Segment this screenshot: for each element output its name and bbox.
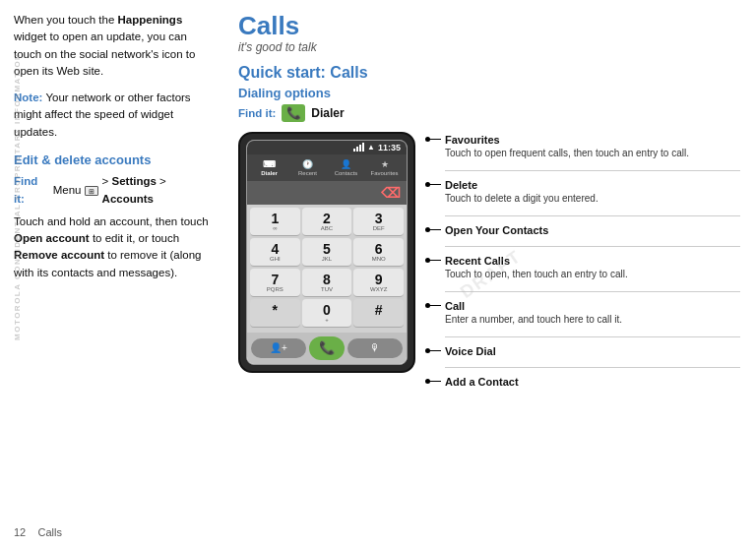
open-account-bold: Open account <box>14 232 90 244</box>
annotation-title-recent-calls: Recent Calls <box>445 255 740 267</box>
intro-paragraph: When you touch the Happenings widget to … <box>14 12 213 80</box>
dialer-tab-label: Dialer <box>261 170 278 176</box>
key-9[interactable]: 9WXYZ <box>353 269 404 297</box>
divider-2 <box>445 215 740 216</box>
annotation-title-add-contact: Add a Contact <box>445 376 740 388</box>
dialer-tab-icon: ⌨ <box>251 159 287 169</box>
phone-mockup: ▲ 11:35 ⌨ Dialer 🕐 Recent <box>238 132 415 373</box>
annotation-line-delete <box>427 184 441 185</box>
right-column: DRAFT Calls it's good to talk Quick star… <box>226 0 756 548</box>
annotation-title-call: Call <box>445 300 740 312</box>
add-contact-button[interactable]: 👤+ <box>251 338 306 358</box>
annotation-delete: Delete Touch to delete a digit you enter… <box>445 179 740 206</box>
happenings-bold: Happenings <box>117 14 182 26</box>
key-hash[interactable]: # <box>353 299 404 328</box>
annotation-line-favourites <box>427 139 441 140</box>
annotation-text-recent-calls: Touch to open, then touch an entry to ca… <box>445 268 740 281</box>
annotation-text-favourites: Touch to open frequent calls, then touch… <box>445 147 740 160</box>
calls-subtitle: it's good to talk <box>238 40 740 54</box>
call-icon: 📞 <box>319 340 335 355</box>
phone-screen: ▲ 11:35 ⌨ Dialer 🕐 Recent <box>246 140 408 365</box>
phone-area: ▲ 11:35 ⌨ Dialer 🕐 Recent <box>238 132 740 397</box>
calls-title: Calls <box>238 12 740 40</box>
find-it-line: Find it: Menu ⊞ > Settings > Accounts <box>14 173 213 208</box>
key-star[interactable]: * <box>250 299 300 328</box>
annotations-panel: Favourites Touch to open frequent calls,… <box>425 132 740 397</box>
divider-1 <box>445 170 740 171</box>
numpad-row-1: 1∞ 2ABC 3DEF <box>250 208 404 236</box>
wifi-icon: ▲ <box>367 143 375 152</box>
dialer-tabs: ⌨ Dialer 🕐 Recent 👤 Contacts ★ <box>247 154 407 181</box>
menu-icon: ⊞ <box>85 186 97 196</box>
key-5[interactable]: 5JKL <box>302 238 352 267</box>
divider-4 <box>445 291 740 292</box>
tab-recent[interactable]: 🕐 Recent <box>289 157 326 178</box>
note-paragraph: Note: Your network or other factors migh… <box>14 90 213 141</box>
annotation-line-voice-dial <box>427 350 441 351</box>
annotation-call: Call Enter a number, and touch here to c… <box>445 300 740 327</box>
status-bar: ▲ 11:35 <box>247 141 407 154</box>
annotation-line-open-contacts <box>427 229 441 230</box>
delete-button[interactable]: ⌫ <box>381 185 401 201</box>
contacts-tab-label: Contacts <box>335 170 358 176</box>
annotation-title-open-contacts: Open Your Contacts <box>445 224 740 236</box>
find-it-settings: > Settings > Accounts <box>102 173 213 208</box>
key-4[interactable]: 4GHI <box>250 238 300 267</box>
dialer-display: ⌫ <box>247 181 407 205</box>
left-column: When you touch the Happenings widget to … <box>0 0 226 548</box>
account-instructions: Touch and hold an account, then touch Op… <box>14 213 213 281</box>
key-6[interactable]: 6MNO <box>353 238 404 267</box>
remove-account-bold: Remove account <box>14 249 104 261</box>
signal-icon <box>353 143 364 152</box>
annotation-favourites: Favourites Touch to open frequent calls,… <box>445 134 740 160</box>
annotation-voice-dial: Voice Dial <box>445 345 740 357</box>
numpad-row-4: * 0+ # <box>250 299 404 328</box>
favourites-tab-icon: ★ <box>366 159 403 169</box>
recent-tab-label: Recent <box>298 170 317 176</box>
voicemail-icon: 🎙 <box>370 342 380 353</box>
key-0[interactable]: 0+ <box>302 299 352 328</box>
annotation-line-add-contact <box>427 381 441 382</box>
dialer-phone-icon: 📞 <box>282 104 305 122</box>
annotation-recent-calls: Recent Calls Touch to open, then touch a… <box>445 255 740 281</box>
watermark: MOTOROLA CONFIDENTIAL PROPRIETARY INFORM… <box>12 53 24 340</box>
annotation-line-call <box>427 305 441 306</box>
find-it-menu: Menu <box>53 182 82 199</box>
annotation-line-recent-calls <box>427 260 441 261</box>
numpad-row-2: 4GHI 5JKL 6MNO <box>250 238 404 267</box>
numpad-row-3: 7PQRS 8TUV 9WXYZ <box>250 269 404 297</box>
dialing-options-heading: Dialing options <box>238 86 740 100</box>
find-it-right: Find it: 📞 Dialer <box>238 104 740 122</box>
recent-tab-icon: 🕐 <box>289 159 326 169</box>
key-3[interactable]: 3DEF <box>353 208 404 236</box>
voicemail-button[interactable]: 🎙 <box>347 338 403 358</box>
annotation-text-delete: Touch to delete a digit you entered. <box>445 192 740 206</box>
status-time: 11:35 <box>378 143 401 152</box>
numpad: 1∞ 2ABC 3DEF 4GHI 5JKL 6MNO 7PQRS 8TUV <box>247 205 407 333</box>
annotation-title-favourites: Favourites <box>445 134 740 146</box>
add-contact-icon: 👤+ <box>270 342 287 353</box>
tab-contacts[interactable]: 👤 Contacts <box>328 157 364 178</box>
divider-3 <box>445 246 740 247</box>
edit-delete-heading: Edit & delete accounts <box>14 151 213 170</box>
tab-favourites[interactable]: ★ Favourites <box>366 157 403 178</box>
dialer-actions: 👤+ 📞 🎙 <box>247 333 407 364</box>
page-container: When you touch the Happenings widget to … <box>0 0 756 548</box>
dialer-text: Dialer <box>311 106 344 120</box>
call-button[interactable]: 📞 <box>309 336 345 360</box>
key-2[interactable]: 2ABC <box>302 208 352 236</box>
annotation-text-call: Enter a number, and touch here to call i… <box>445 313 740 327</box>
annotation-add-contact: Add a Contact <box>445 376 740 388</box>
tab-dialer[interactable]: ⌨ Dialer <box>251 157 287 178</box>
find-it-right-label: Find it: <box>238 107 276 119</box>
divider-5 <box>445 336 740 337</box>
favourites-tab-label: Favourites <box>370 170 398 176</box>
key-7[interactable]: 7PQRS <box>250 269 300 297</box>
divider-6 <box>445 367 740 368</box>
annotation-title-voice-dial: Voice Dial <box>445 345 740 357</box>
key-8[interactable]: 8TUV <box>302 269 352 297</box>
key-1[interactable]: 1∞ <box>250 208 300 236</box>
page-number: 12 Calls <box>14 524 62 541</box>
quick-start-heading: Quick start: Calls <box>238 64 740 82</box>
annotation-open-contacts: Open Your Contacts <box>445 224 740 236</box>
